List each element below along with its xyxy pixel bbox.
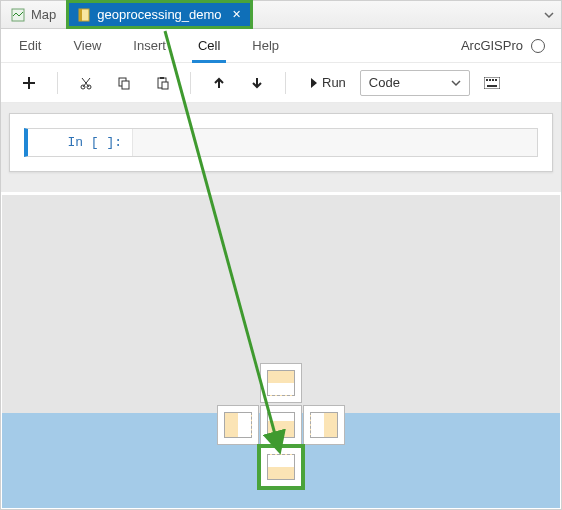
notebook-window: Map geoprocessing_demo ✕ Edit View Inser… xyxy=(0,0,562,510)
cell-prompt: In [ ]: xyxy=(28,129,132,156)
svg-rect-10 xyxy=(484,77,500,89)
notebook-panel: In [ ]: xyxy=(9,113,553,172)
command-palette-button[interactable] xyxy=(476,68,508,98)
svg-rect-8 xyxy=(160,77,164,79)
dock-top[interactable] xyxy=(260,363,302,403)
menu-help[interactable]: Help xyxy=(250,29,281,62)
menu-edit[interactable]: Edit xyxy=(17,29,43,62)
menu-insert[interactable]: Insert xyxy=(131,29,168,62)
kernel-status: ArcGISPro xyxy=(461,38,545,53)
svg-rect-13 xyxy=(492,79,494,81)
svg-rect-12 xyxy=(489,79,491,81)
run-button-label: Run xyxy=(322,75,346,90)
svg-rect-14 xyxy=(495,79,497,81)
tab-strip: Map geoprocessing_demo ✕ xyxy=(1,1,561,29)
move-up-button[interactable] xyxy=(203,68,235,98)
menu-view[interactable]: View xyxy=(71,29,103,62)
dock-bottom[interactable] xyxy=(260,447,302,487)
map-icon xyxy=(11,8,25,22)
svg-rect-6 xyxy=(122,81,129,89)
svg-rect-11 xyxy=(486,79,488,81)
cut-button[interactable] xyxy=(70,68,102,98)
menu-cell[interactable]: Cell xyxy=(196,29,222,62)
svg-rect-2 xyxy=(79,9,82,21)
toolbar: Run Code xyxy=(1,63,561,103)
add-cell-button[interactable] xyxy=(13,68,45,98)
toolbar-separator xyxy=(190,72,191,94)
cell-type-value: Code xyxy=(369,75,400,90)
dock-right[interactable] xyxy=(303,405,345,445)
chevron-down-icon xyxy=(451,78,461,88)
tab-notebook[interactable]: geoprocessing_demo ✕ xyxy=(67,1,251,28)
svg-rect-9 xyxy=(162,82,168,89)
dock-target-cross xyxy=(215,363,347,495)
dock-center[interactable] xyxy=(260,405,302,445)
kernel-indicator-icon xyxy=(531,39,545,53)
tab-close-icon[interactable]: ✕ xyxy=(232,8,241,21)
move-down-button[interactable] xyxy=(241,68,273,98)
svg-rect-15 xyxy=(487,85,497,87)
kernel-name: ArcGISPro xyxy=(461,38,523,53)
tab-map[interactable]: Map xyxy=(1,1,67,28)
tab-notebook-label: geoprocessing_demo xyxy=(97,7,221,22)
tab-overflow-button[interactable] xyxy=(537,1,561,28)
code-cell[interactable]: In [ ]: xyxy=(24,128,538,157)
cell-type-select[interactable]: Code xyxy=(360,70,470,96)
notebook-area: In [ ]: xyxy=(1,103,561,192)
notebook-icon xyxy=(77,8,91,22)
toolbar-separator xyxy=(285,72,286,94)
toolbar-separator xyxy=(57,72,58,94)
tab-map-label: Map xyxy=(31,7,56,22)
menu-bar: Edit View Insert Cell Help ArcGISPro xyxy=(1,29,561,63)
cell-input[interactable] xyxy=(132,129,537,156)
paste-button[interactable] xyxy=(146,68,178,98)
dock-left[interactable] xyxy=(217,405,259,445)
run-button[interactable]: Run xyxy=(298,68,354,98)
copy-button[interactable] xyxy=(108,68,140,98)
